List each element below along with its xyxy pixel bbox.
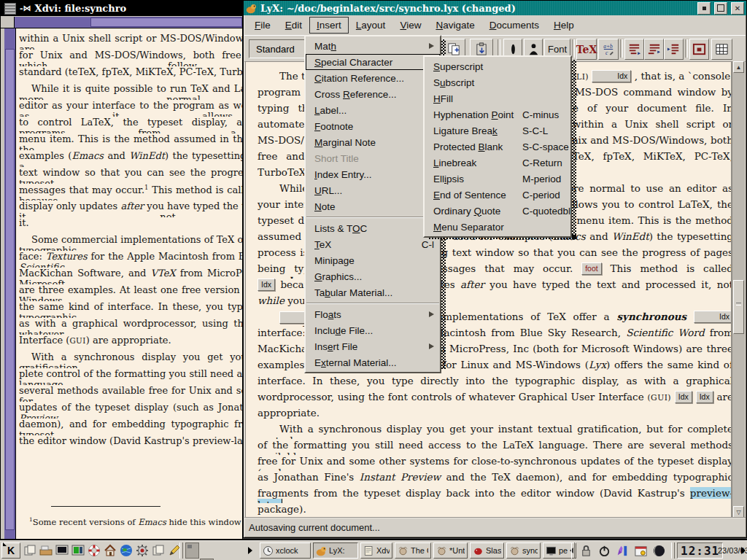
digital-clock[interactable]: 12:31: [677, 542, 723, 559]
menu-item-graphics[interactable]: Graphics...: [306, 268, 440, 284]
inset-idx[interactable]: Idx: [592, 70, 631, 82]
taskbar-window-xdvi[interactable]: Xdvi: [360, 542, 392, 559]
menu-item-marginal-note[interactable]: Marginal Note: [306, 134, 440, 150]
scroll-up-icon[interactable]: ▲: [733, 61, 744, 73]
menu-item-cross-reference[interactable]: Cross Reference...: [306, 86, 440, 102]
menu-item-math[interactable]: Math: [306, 38, 440, 54]
insert-figure-icon[interactable]: [689, 39, 709, 60]
text-line: Interface (GUI) are appropriate.: [19, 335, 242, 351]
menu-item-special-character[interactable]: Special Character: [306, 54, 440, 70]
menu-item-index-entry[interactable]: Index Entry...: [306, 166, 440, 182]
xdvi-titlebar[interactable]: -⋈ Xdvi: file:synchro: [1, 1, 242, 16]
help-icon[interactable]: [86, 542, 102, 559]
k-menu-button[interactable]: K: [1, 542, 20, 559]
window-list-icon[interactable]: [22, 542, 38, 559]
close-button[interactable]: ✕: [731, 2, 744, 15]
menu-item-linebreak[interactable]: LinebreakC-Return: [425, 155, 570, 171]
home-icon[interactable]: [102, 542, 118, 559]
menu-item-include-file[interactable]: Include File...: [306, 322, 440, 338]
lyx-vertical-scrollbar[interactable]: ▲ ▽: [732, 61, 745, 518]
xdvi-vertical-scrollbar[interactable]: [4, 28, 16, 539]
inset-foot[interactable]: foot: [581, 262, 602, 275]
menubar-item-file[interactable]: File: [247, 17, 278, 34]
scroll-down-icon[interactable]: ▽: [733, 506, 744, 518]
menu-item-note[interactable]: Note: [306, 198, 440, 214]
iconify-button[interactable]: [697, 2, 711, 15]
menubar-item-insert[interactable]: Insert: [309, 17, 349, 34]
inset-idx[interactable]: Idx: [694, 311, 732, 323]
power-icon[interactable]: [596, 542, 612, 559]
text-line: it.: [19, 217, 242, 234]
taskbar-window-slas[interactable]: Slas: [470, 542, 504, 559]
menu-item-floats[interactable]: Floats: [306, 306, 440, 322]
lyx-window-title: LyX: ~/doc/beginlatex/src/synchro.lyx (c…: [260, 3, 694, 14]
settings-icon[interactable]: [134, 542, 150, 559]
taskbar-window-lyx[interactable]: LyX:: [313, 542, 358, 559]
inset-idx[interactable]: Idx: [696, 391, 713, 403]
maximize-button[interactable]: [714, 2, 727, 15]
text-line: interface. In these, you type directly i…: [258, 375, 732, 391]
menu-item-citation-reference[interactable]: Citation Reference...: [306, 70, 440, 86]
menubar-item-documents[interactable]: Documents: [482, 17, 546, 34]
menu-item-short-title[interactable]: Short Title: [306, 150, 440, 166]
pager-arrow-icon[interactable]: [248, 547, 252, 554]
menu-item-ordinary-quote[interactable]: Ordinary QuoteC-quotedbl: [425, 203, 570, 219]
lyx-menubar: FileEditInsertLayoutViewNavigateDocument…: [244, 15, 746, 34]
menubar-item-view[interactable]: View: [392, 17, 428, 34]
xdvi-vscroll-thumb[interactable]: [5, 49, 15, 530]
moon-phase-icon[interactable]: [651, 542, 667, 559]
submenu-arrow-icon: [429, 311, 434, 317]
inset-idx[interactable]: Idx: [258, 279, 275, 291]
menu-item-hyphenation-point[interactable]: Hyphenation PointC-minus: [425, 106, 570, 122]
organizer-icon[interactable]: [632, 542, 649, 559]
xdvi-horizontal-scrollbar[interactable]: [1, 17, 242, 28]
menu-item-external-material[interactable]: External Material...: [306, 354, 440, 370]
inset-idx[interactable]: Idx: [675, 391, 692, 403]
menu-item-protected-blank[interactable]: Protected BlankS-C-space: [425, 139, 570, 155]
windows-icon[interactable]: [150, 542, 166, 559]
pager-desktop-1[interactable]: [185, 542, 199, 559]
insert-margin-note-icon[interactable]: [644, 39, 664, 60]
panel-end-arrow-icon[interactable]: [741, 547, 746, 554]
lyx-titlebar[interactable]: LyX: ~/doc/beginlatex/src/synchro.lyx (c…: [244, 1, 746, 15]
taskbar-window-xclock[interactable]: xclock: [260, 542, 311, 559]
menu-item-ellipsis[interactable]: EllipsisM-period: [425, 171, 570, 187]
menu-item-tabular-material[interactable]: Tabular Material...: [306, 284, 440, 300]
menu-item-tex[interactable]: TeXC-l: [306, 236, 440, 252]
menu-item-end-of-sentence[interactable]: End of SentenceC-period: [425, 187, 570, 203]
taskbar-window-the-g[interactable]: The G: [395, 542, 431, 559]
lyx-scroll-thumb[interactable]: [733, 280, 744, 334]
menu-item-url[interactable]: URL...: [306, 182, 440, 198]
desktop-icon[interactable]: [38, 542, 54, 559]
menu-item-ligature-break[interactable]: Ligature BreakS-C-L: [425, 122, 570, 139]
change-depth-icon[interactable]: [664, 39, 684, 60]
menu-item-footnote[interactable]: Footnote: [306, 118, 440, 134]
menu-item-superscript[interactable]: Superscript: [425, 58, 570, 74]
menu-item-label[interactable]: Label...: [306, 102, 440, 118]
menubar-item-navigate[interactable]: Navigate: [428, 17, 481, 34]
menu-item-insert-file[interactable]: Insert File: [306, 338, 440, 354]
math-mode-icon[interactable]: a+bc: [598, 39, 619, 60]
insert-footnote-icon[interactable]: [624, 39, 644, 60]
k-menu-arrow-icon: [3, 542, 7, 546]
lock-screen-icon[interactable]: [578, 542, 594, 559]
system-guard-icon[interactable]: [70, 542, 86, 559]
menu-item-minipage[interactable]: Minipage: [306, 252, 440, 268]
menu-item-menu-separator[interactable]: Menu Separator: [425, 219, 570, 235]
insert-table-icon[interactable]: [711, 39, 732, 60]
menubar-item-layout[interactable]: Layout: [349, 17, 393, 34]
taskbar-window-sync[interactable]: sync: [506, 542, 541, 559]
menu-item-subscript[interactable]: Subscript: [425, 74, 570, 90]
menubar-item-edit[interactable]: Edit: [278, 17, 309, 34]
panel-handle[interactable]: [179, 542, 183, 559]
xdvi-hscroll-thumb[interactable]: [90, 18, 242, 27]
menu-item-hfill[interactable]: HFill: [425, 90, 570, 106]
menu-item-lists-toc[interactable]: Lists & TOC: [306, 220, 440, 236]
browser-icon[interactable]: [118, 542, 134, 559]
terminal-icon[interactable]: [54, 542, 70, 559]
tex-mode-button[interactable]: TeX: [576, 39, 597, 60]
klipper-icon[interactable]: [614, 542, 630, 559]
taskbar-window-unti[interactable]: *Unti: [433, 542, 468, 559]
menubar-item-help[interactable]: Help: [546, 17, 581, 34]
tray-handle[interactable]: [571, 542, 575, 559]
